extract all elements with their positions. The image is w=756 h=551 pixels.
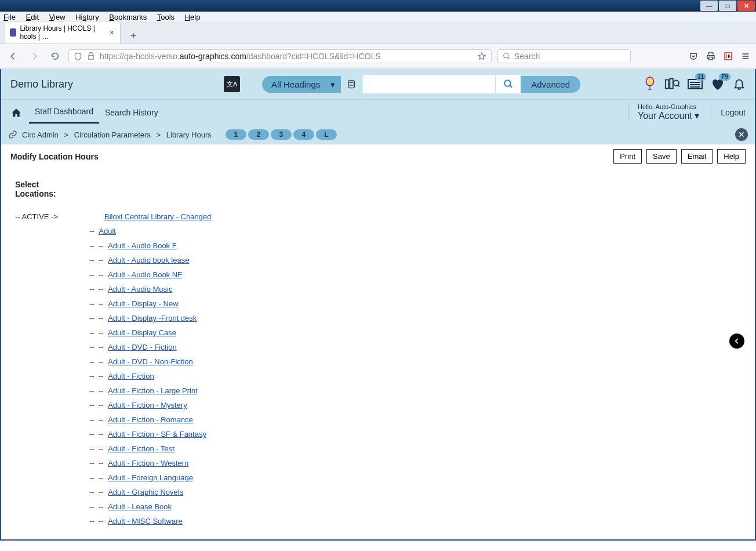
location-link[interactable]: Adult - Fiction - Mystery — [108, 401, 187, 409]
location-link[interactable]: Adult — [99, 227, 116, 235]
location-link[interactable]: Adult - DVD - Non-Fiction — [108, 357, 193, 366]
tree-row: -- -- Adult - Audio Book F — [89, 241, 734, 250]
page-title: Modify Location Hours — [10, 152, 99, 161]
window-close-button[interactable]: ✕ — [737, 1, 755, 11]
location-link[interactable]: Adult - Audio Book NF — [108, 270, 182, 279]
tree-row: -- -- Adult - Audio book lease — [89, 256, 734, 264]
location-link[interactable]: Adult - Fiction - Large Print — [108, 386, 198, 395]
nav-reload-button[interactable] — [48, 49, 63, 64]
tree-prefix: -- -- — [89, 415, 106, 424]
close-panel-button[interactable]: ✕ — [735, 128, 748, 141]
location-link[interactable]: Adult - Fiction - Test — [108, 444, 175, 453]
svg-point-5 — [648, 79, 652, 84]
location-link[interactable]: Adult - Audio Book F — [108, 241, 177, 250]
your-account-dropdown[interactable]: Your Account ▾ — [638, 110, 699, 121]
email-button[interactable]: Email — [681, 149, 713, 164]
location-link[interactable]: Adult - DVD - Fiction — [108, 343, 176, 351]
logout-link[interactable]: Logout — [711, 108, 746, 117]
print-button[interactable]: Print — [613, 149, 642, 164]
search-button[interactable] — [495, 75, 521, 93]
scroll-pane[interactable]: Select Locations: -- ACTIVE -> Biloxi Ce… — [15, 180, 741, 534]
nav-forward-button[interactable] — [27, 49, 42, 64]
language-icon[interactable]: 文A — [224, 76, 240, 92]
location-link[interactable]: Adult - MISC Software — [108, 517, 183, 525]
location-link[interactable]: Adult - Lease Book — [108, 502, 172, 511]
advanced-search-button[interactable]: Advanced — [521, 76, 580, 93]
nav-back-button[interactable] — [6, 49, 21, 64]
location-link[interactable]: Adult - Display - New — [108, 299, 178, 308]
pocket-icon[interactable] — [689, 52, 698, 61]
tree-row: -- -- Adult - Display - New — [89, 299, 734, 308]
location-link[interactable]: Adult - Graphic Novels — [108, 488, 183, 496]
shield-icon[interactable] — [74, 52, 82, 61]
url-text: https://qa-hcols-verso.auto-graphics.com… — [100, 52, 472, 61]
balloon-icon[interactable] — [644, 77, 656, 92]
tree-row: -- -- Adult - DVD - Non-Fiction — [89, 357, 734, 366]
headings-dropdown[interactable]: All Headings — [262, 76, 341, 93]
page-pill-4[interactable]: 4 — [293, 129, 314, 140]
location-link[interactable]: Adult - Fiction - Romance — [108, 415, 193, 424]
home-icon[interactable] — [10, 107, 22, 118]
tree-prefix: -- -- — [89, 444, 106, 453]
location-link[interactable]: Adult - Display -Front desk — [108, 314, 197, 322]
mcafee-icon[interactable] — [724, 52, 733, 61]
tree-prefix: -- -- — [89, 459, 106, 467]
catalog-search-input[interactable] — [362, 75, 495, 93]
location-link[interactable]: Adult - Fiction — [108, 372, 154, 380]
hamburger-menu-icon[interactable] — [741, 52, 750, 61]
menu-bookmarks[interactable]: Bookmarks — [109, 13, 147, 21]
lock-icon[interactable] — [87, 52, 95, 60]
menu-history[interactable]: History — [75, 13, 99, 21]
location-link[interactable]: Adult - Audio Music — [108, 285, 172, 293]
nav-search-history[interactable]: Search History — [99, 102, 164, 123]
location-link[interactable]: Adult - Display Case — [108, 328, 176, 337]
window-maximize-button[interactable]: □ — [719, 1, 736, 11]
tab-close-icon[interactable]: × — [110, 28, 114, 37]
print-icon[interactable] — [706, 52, 715, 61]
browser-search-input[interactable]: Search — [497, 49, 631, 63]
location-link[interactable]: Adult - Fiction - Western — [108, 459, 188, 467]
favorites-icon[interactable]: F9 — [711, 78, 725, 90]
svg-rect-6 — [666, 80, 669, 89]
tree-row: -- -- Adult - Fiction - Western — [89, 459, 734, 467]
tree-prefix: -- -- — [89, 343, 106, 351]
help-button[interactable]: Help — [717, 149, 746, 164]
database-icon[interactable] — [341, 79, 362, 89]
tab-favicon-icon — [10, 28, 16, 37]
menu-help[interactable]: Help — [185, 13, 201, 21]
browser-tab[interactable]: Library Hours | HCOLS | hcols | … × — [5, 21, 121, 44]
location-link[interactable]: Adult - Foreign Language — [108, 473, 193, 482]
tree-row: -- -- Adult - Display -Front desk — [89, 314, 734, 322]
tree-prefix: -- -- — [89, 386, 106, 395]
window-minimize-button[interactable]: — — [700, 1, 718, 11]
menu-file[interactable]: File — [3, 13, 16, 21]
hello-text: Hello, Auto-Graphics — [638, 103, 699, 110]
save-button[interactable]: Save — [646, 149, 677, 164]
new-tab-button[interactable]: + — [125, 28, 141, 44]
menu-edit[interactable]: Edit — [26, 13, 39, 21]
arrow-right-icon — [29, 51, 39, 61]
tree-prefix: -- -- — [89, 473, 106, 482]
menu-view[interactable]: View — [49, 13, 66, 21]
collapse-panel-button[interactable] — [729, 334, 744, 349]
nav-staff-dashboard[interactable]: Staff Dashboard — [29, 101, 99, 124]
location-link[interactable]: Adult - Audio book lease — [108, 256, 189, 264]
bookmark-star-icon[interactable] — [477, 52, 486, 61]
list-icon[interactable]: 11 — [688, 78, 703, 90]
tree-prefix: -- -- — [89, 401, 106, 409]
notifications-icon[interactable] — [733, 77, 746, 91]
books-icon[interactable] — [664, 77, 679, 91]
breadcrumb-item[interactable]: Circulation Parameters — [74, 130, 151, 139]
breadcrumb-item[interactable]: Circ Admin — [22, 130, 59, 139]
page-pill-2[interactable]: 2 — [248, 129, 269, 140]
location-link[interactable]: Adult - Fiction - SF & Fantasy — [108, 430, 206, 438]
page-pill-last[interactable]: L — [316, 129, 337, 140]
url-bar[interactable]: https://qa-hcols-verso.auto-graphics.com… — [68, 49, 492, 63]
page-pill-1[interactable]: 1 — [226, 129, 246, 140]
page-pill-3[interactable]: 3 — [271, 129, 292, 140]
reload-icon — [50, 52, 60, 61]
menu-tools[interactable]: Tools — [157, 13, 175, 21]
tree-row-adult: -- Adult — [89, 227, 734, 235]
root-location-link[interactable]: Biloxi Central Library - Changed — [104, 212, 211, 221]
browser-toolbar: https://qa-hcols-verso.auto-graphics.com… — [0, 44, 756, 69]
